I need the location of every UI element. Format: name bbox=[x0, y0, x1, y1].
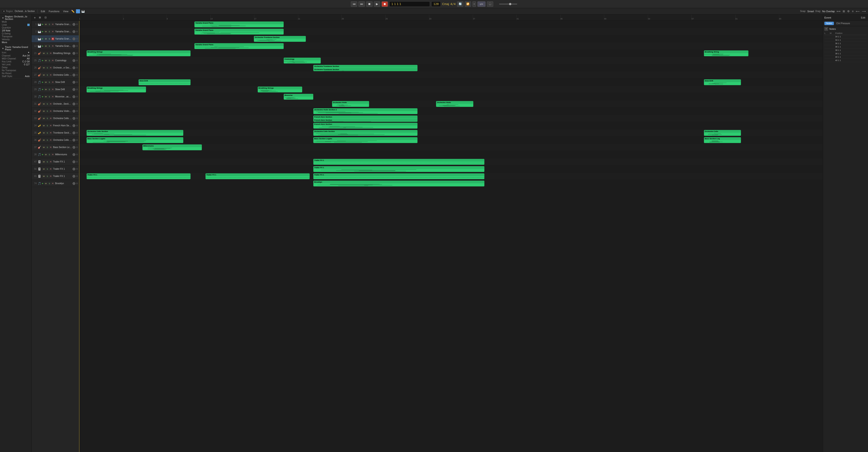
midi-region[interactable]: Orchestra Trombone Section bbox=[313, 68, 417, 71]
midi-region[interactable]: French Horn Section bbox=[313, 119, 417, 122]
midi-region[interactable]: Cosmology bbox=[284, 58, 321, 64]
notes-row[interactable]: 38 1 1 bbox=[825, 49, 867, 52]
fast-forward-button[interactable]: ⏭ bbox=[359, 1, 365, 7]
solo-button[interactable]: S bbox=[48, 30, 51, 33]
notes-row[interactable]: 34 1 1 bbox=[825, 38, 867, 42]
record-button[interactable]: R bbox=[51, 182, 55, 185]
solo-button[interactable]: S bbox=[48, 59, 51, 62]
solo-button[interactable]: S bbox=[46, 160, 49, 163]
solo-button[interactable]: S bbox=[46, 66, 49, 69]
grid-icon[interactable]: ⊞ bbox=[842, 9, 845, 13]
solo-button[interactable]: S bbox=[46, 167, 49, 171]
record-button[interactable]: R bbox=[51, 153, 55, 156]
track-row[interactable]: 65 🎚️ M S R Trailer FX 1 ⚙ bbox=[32, 173, 79, 180]
track-volume-knob[interactable] bbox=[72, 88, 75, 91]
record-button[interactable]: R bbox=[49, 52, 53, 55]
track-content-row[interactable] bbox=[79, 64, 823, 71]
record-button[interactable]: R bbox=[49, 117, 53, 120]
mute-button[interactable]: M bbox=[42, 66, 46, 69]
notes-row[interactable]: 34 1 1 bbox=[825, 35, 867, 38]
track-row[interactable]: 27 🎻 M S R Orchestra Cello Section ⚙ bbox=[32, 71, 79, 79]
track-volume-knob[interactable] bbox=[72, 110, 75, 112]
track-row[interactable]: 33 🎻 M S R Orchestra Cello Section ⚙ bbox=[32, 115, 79, 122]
master-button[interactable]: q34 bbox=[477, 1, 486, 7]
track-play-icon[interactable]: ▶ bbox=[42, 23, 43, 25]
midi-region[interactable]: Moonrise bbox=[284, 94, 313, 100]
mute-button[interactable]: M bbox=[44, 30, 48, 33]
mute-button[interactable]: M bbox=[42, 131, 46, 134]
functions-menu[interactable]: Functions bbox=[47, 9, 61, 13]
mute-button[interactable]: M bbox=[42, 160, 46, 163]
track-volume-knob[interactable] bbox=[72, 45, 75, 47]
midi-region[interactable]: Orchestra Trombone Section bbox=[254, 36, 306, 42]
track-volume-knob[interactable] bbox=[72, 81, 75, 84]
notes-row[interactable]: 40 1 1 bbox=[825, 59, 867, 62]
track-play-icon[interactable]: ▶ bbox=[42, 88, 43, 90]
mute-button[interactable]: M bbox=[42, 117, 46, 120]
track-volume-knob[interactable] bbox=[72, 182, 75, 185]
track-volume-knob[interactable] bbox=[72, 117, 75, 120]
zoom-out-icon[interactable]: ⟵ bbox=[855, 9, 860, 13]
track-content-row[interactable] bbox=[79, 35, 823, 42]
track-row[interactable]: 30 🎵 ▶ M S R Moonrise...ace Walk ⚙ bbox=[32, 93, 79, 100]
track-content-row[interactable] bbox=[79, 42, 823, 50]
volume-slider[interactable] bbox=[499, 4, 517, 4]
track-content-row[interactable] bbox=[79, 71, 823, 79]
settings-icon[interactable]: ⚙ bbox=[847, 9, 850, 13]
track-volume-knob[interactable] bbox=[72, 52, 75, 55]
track-row[interactable]: 32 🎻 M S R Orchestra Violin Section 2 ⚙ bbox=[32, 107, 79, 115]
track-row[interactable]: 29 🎵 ▶ M S R Slow Drift ⚙ bbox=[32, 86, 79, 93]
record-track-button[interactable]: ⊡ bbox=[43, 15, 48, 20]
midi-region[interactable]: Yamaha Grand Piano bbox=[194, 22, 284, 27]
track-volume-knob[interactable] bbox=[72, 160, 75, 163]
mute-button[interactable]: M bbox=[44, 37, 48, 40]
midi-region[interactable]: Orchestra Violin bbox=[332, 101, 369, 107]
track-row[interactable]: 26 🎻 M S R Orchestr...e Section ⚙ bbox=[32, 64, 79, 71]
track-content-row[interactable] bbox=[79, 151, 823, 158]
add-notes-button[interactable]: + bbox=[825, 27, 828, 31]
midi-region[interactable]: Orchestra Violin Section 2 bbox=[313, 108, 417, 114]
mute-button[interactable]: M bbox=[42, 102, 46, 105]
track-play-icon[interactable]: ▶ bbox=[42, 182, 43, 185]
midi-region[interactable]: Trailer FX 1 bbox=[206, 173, 310, 179]
add-track-button[interactable]: + bbox=[33, 16, 37, 20]
solo-button[interactable]: S bbox=[48, 81, 51, 84]
track-row[interactable]: 1 🎹 ▶ M S R Yamaha Grand Piano ⚙ bbox=[32, 21, 79, 28]
track-content-row[interactable] bbox=[79, 57, 823, 64]
midi-region[interactable]: Trailer FX 1 bbox=[313, 173, 485, 179]
record-button[interactable]: R bbox=[49, 102, 53, 105]
midi-region[interactable]: Slow Drift bbox=[138, 79, 191, 85]
midi-region[interactable]: Orchestra Violin bbox=[436, 101, 473, 107]
midi-region[interactable]: Bass Section Leg bbox=[704, 137, 741, 143]
record-button[interactable]: R bbox=[49, 66, 53, 69]
midi-region[interactable]: Trailer FX 1 bbox=[313, 166, 485, 172]
track-volume-knob[interactable] bbox=[72, 37, 75, 40]
record-button[interactable]: R bbox=[51, 37, 55, 40]
mute-button[interactable]: M bbox=[42, 175, 46, 178]
mute-button[interactable]: M bbox=[44, 153, 48, 156]
midi-region[interactable]: Slow Drift bbox=[704, 79, 741, 85]
view-menu[interactable]: View bbox=[62, 9, 70, 13]
solo-button[interactable]: S bbox=[46, 109, 49, 113]
track-volume-knob[interactable] bbox=[72, 59, 75, 62]
zoom-in-icon[interactable]: ⟶ bbox=[862, 9, 866, 13]
loop-button[interactable]: 🔁 bbox=[465, 1, 471, 7]
more-label[interactable]: More bbox=[2, 41, 7, 44]
solo-button[interactable]: S bbox=[48, 44, 51, 48]
track-row[interactable]: 28 🎵 ▶ M S R Slow Drift ⚙ bbox=[32, 79, 79, 86]
solo-button[interactable]: S bbox=[48, 23, 51, 26]
track-volume-knob[interactable] bbox=[72, 153, 75, 156]
midi-region[interactable]: Orchestra Cello Section bbox=[87, 130, 183, 136]
track-row[interactable]: 47 🎚️ M S R Trailer FX 1 ⚙ bbox=[32, 158, 79, 165]
track-content-row[interactable] bbox=[79, 21, 823, 28]
solo-button[interactable]: S bbox=[48, 37, 51, 40]
solo-button[interactable]: S bbox=[48, 153, 51, 156]
midi-region[interactable]: Breathing Strings bbox=[87, 87, 146, 92]
mute-button[interactable]: M bbox=[42, 124, 46, 127]
track-row[interactable]: 12 🎹 ▶ M S R Yamaha Grand Piano ⚙ bbox=[32, 42, 79, 50]
mute-button[interactable]: M bbox=[42, 73, 46, 76]
volume-thumb[interactable] bbox=[509, 3, 511, 5]
record-button[interactable]: R bbox=[49, 167, 53, 171]
midi-region[interactable]: Brooklyn bbox=[313, 181, 485, 187]
solo-button[interactable]: S bbox=[46, 124, 49, 127]
